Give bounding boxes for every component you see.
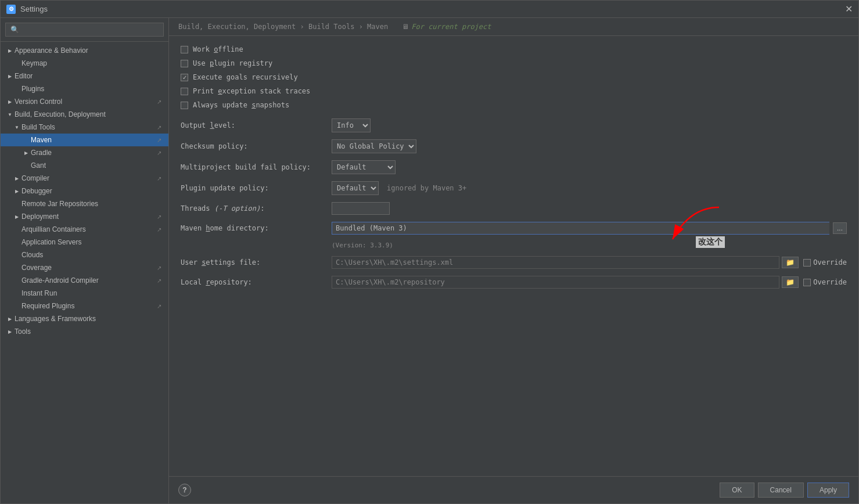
user-settings-browse-button[interactable]: 📁 bbox=[782, 257, 799, 268]
sidebar-item-maven[interactable]: Maven ↗ bbox=[1, 134, 168, 146]
no-arrow bbox=[12, 301, 21, 311]
ext-icon: ↗ bbox=[154, 97, 164, 106]
sidebar-item-languages[interactable]: Languages & Frameworks bbox=[1, 312, 168, 325]
collapse-arrow bbox=[5, 46, 15, 55]
cancel-button[interactable]: Cancel bbox=[758, 483, 804, 498]
expand-arrow bbox=[5, 110, 15, 119]
search-box bbox=[1, 18, 168, 42]
local-repo-override-checkbox[interactable] bbox=[803, 279, 811, 286]
user-settings-override-label: Override bbox=[813, 258, 847, 267]
sidebar-item-plugins[interactable]: Plugins bbox=[1, 82, 168, 95]
no-arrow bbox=[12, 289, 21, 298]
user-settings-override-wrapper: Override bbox=[803, 258, 847, 267]
sidebar-item-coverage[interactable]: Coverage ↗ bbox=[1, 261, 168, 274]
collapse-arrow bbox=[12, 212, 21, 221]
local-repo-input[interactable] bbox=[332, 276, 779, 289]
collapse-arrow bbox=[21, 148, 31, 157]
window-title: Settings bbox=[20, 5, 48, 13]
breadcrumb-path: Build, Execution, Deployment › Build Too… bbox=[178, 23, 388, 31]
breadcrumb-project: For current project bbox=[411, 23, 491, 31]
maven-home-input[interactable] bbox=[332, 222, 829, 235]
threads-row: Threads (-T option): bbox=[181, 202, 847, 215]
maven-home-control: ... bbox=[332, 222, 847, 235]
maven-version-text: (Version: 3.3.9) bbox=[181, 242, 847, 249]
main-content: Appearance & Behavior Keymap Editor Plug… bbox=[1, 18, 858, 503]
sidebar-item-instant-run[interactable]: Instant Run bbox=[1, 287, 168, 300]
execute-goals-row: Execute goals recursively bbox=[181, 73, 847, 81]
ext-icon: ↗ bbox=[154, 212, 164, 221]
ext-icon: ↗ bbox=[154, 148, 164, 157]
output-level-select[interactable]: Info Debug Warn Error bbox=[332, 118, 371, 132]
sidebar-item-tools[interactable]: Tools bbox=[1, 325, 168, 338]
local-repo-control: 📁 Override bbox=[332, 276, 847, 289]
ext-icon: ↗ bbox=[154, 135, 164, 145]
plugin-update-policy-select[interactable]: Default Force Never bbox=[332, 181, 379, 195]
sidebar-item-build-tools[interactable]: Build Tools ↗ bbox=[1, 121, 168, 134]
settings-window: ⚙ Settings ✕ Appearance & Behavior Keyma… bbox=[0, 0, 859, 504]
maven-home-browse-button[interactable]: ... bbox=[833, 222, 847, 234]
print-exception-label: Print exception stack traces bbox=[193, 87, 310, 95]
collapse-arrow bbox=[12, 186, 21, 196]
sidebar-item-clouds[interactable]: Clouds bbox=[1, 249, 168, 261]
bottom-bar: ? OK Cancel Apply bbox=[169, 476, 858, 503]
sidebar-item-appearance[interactable]: Appearance & Behavior bbox=[1, 44, 168, 57]
threads-input[interactable] bbox=[332, 202, 390, 215]
work-offline-row: Work offline bbox=[181, 45, 847, 53]
sidebar-item-debugger[interactable]: Debugger bbox=[1, 185, 168, 197]
plugin-registry-label: Use plugin registry bbox=[193, 59, 272, 67]
title-bar-left: ⚙ Settings bbox=[6, 5, 48, 14]
plugin-registry-row: Use plugin registry bbox=[181, 59, 847, 67]
apply-button[interactable]: Apply bbox=[807, 483, 849, 498]
output-level-control: Info Debug Warn Error bbox=[332, 118, 847, 132]
sidebar-item-arquillian[interactable]: Arquillian Containers ↗ bbox=[1, 223, 168, 236]
execute-goals-checkbox[interactable] bbox=[181, 74, 188, 81]
always-update-checkbox[interactable] bbox=[181, 102, 188, 109]
always-update-label: Always update snapshots bbox=[193, 101, 289, 109]
breadcrumb: Build, Execution, Deployment › Build Too… bbox=[169, 18, 858, 36]
sidebar-item-gradle-android[interactable]: Gradle-Android Compiler ↗ bbox=[1, 274, 168, 287]
help-button[interactable]: ? bbox=[178, 484, 191, 496]
user-settings-override-checkbox[interactable] bbox=[803, 259, 811, 267]
tree: Appearance & Behavior Keymap Editor Plug… bbox=[1, 42, 168, 503]
collapse-arrow bbox=[5, 314, 15, 323]
checksum-policy-select[interactable]: No Global Policy Strict Lax bbox=[332, 139, 416, 153]
sidebar-item-editor[interactable]: Editor bbox=[1, 70, 168, 82]
user-settings-input[interactable] bbox=[332, 256, 779, 269]
sidebar-item-app-servers[interactable]: Application Servers bbox=[1, 236, 168, 249]
title-bar: ⚙ Settings ✕ bbox=[1, 1, 858, 18]
breadcrumb-icon: 🖥 bbox=[402, 23, 409, 31]
collapse-arrow bbox=[12, 174, 21, 183]
no-arrow bbox=[12, 59, 21, 68]
sidebar-item-gradle[interactable]: Gradle ↗ bbox=[1, 146, 168, 159]
local-repo-override-wrapper: Override bbox=[803, 278, 847, 286]
sidebar-item-compiler[interactable]: Compiler ↗ bbox=[1, 172, 168, 185]
local-repo-label: Local repository: bbox=[181, 278, 332, 286]
ext-icon: ↗ bbox=[154, 276, 164, 285]
sidebar: Appearance & Behavior Keymap Editor Plug… bbox=[1, 18, 169, 503]
print-exception-checkbox[interactable] bbox=[181, 88, 188, 95]
plugin-update-policy-label: Plugin update policy: bbox=[181, 184, 332, 192]
search-input[interactable] bbox=[5, 23, 164, 37]
multiproject-policy-select[interactable]: Default Never At End Immediately bbox=[332, 160, 396, 174]
execute-goals-label: Execute goals recursively bbox=[193, 73, 298, 81]
plugin-registry-checkbox[interactable] bbox=[181, 60, 188, 67]
ext-icon: ↗ bbox=[154, 174, 164, 183]
sidebar-item-remote-jar[interactable]: Remote Jar Repositories bbox=[1, 197, 168, 210]
sidebar-item-gant[interactable]: Gant bbox=[1, 159, 168, 172]
work-offline-checkbox[interactable] bbox=[181, 46, 188, 53]
local-repo-browse-button[interactable]: 📁 bbox=[782, 276, 799, 288]
ok-button[interactable]: OK bbox=[720, 483, 754, 498]
user-settings-label: User settings file: bbox=[181, 258, 332, 267]
user-settings-row: User settings file: 📁 Override bbox=[181, 256, 847, 269]
checksum-policy-control: No Global Policy Strict Lax bbox=[332, 139, 847, 153]
maven-home-section: Maven home directory: ... (Version: 3.3.… bbox=[181, 222, 847, 249]
sidebar-item-deployment[interactable]: Deployment ↗ bbox=[1, 210, 168, 223]
threads-label: Threads (-T option): bbox=[181, 204, 332, 213]
collapse-arrow bbox=[5, 71, 15, 81]
no-arrow bbox=[21, 135, 31, 145]
sidebar-item-keymap[interactable]: Keymap bbox=[1, 57, 168, 70]
sidebar-item-required-plugins[interactable]: Required Plugins ↗ bbox=[1, 300, 168, 312]
close-button[interactable]: ✕ bbox=[845, 3, 853, 15]
sidebar-item-version-control[interactable]: Version Control ↗ bbox=[1, 95, 168, 108]
sidebar-item-build-execution[interactable]: Build, Execution, Deployment bbox=[1, 108, 168, 121]
